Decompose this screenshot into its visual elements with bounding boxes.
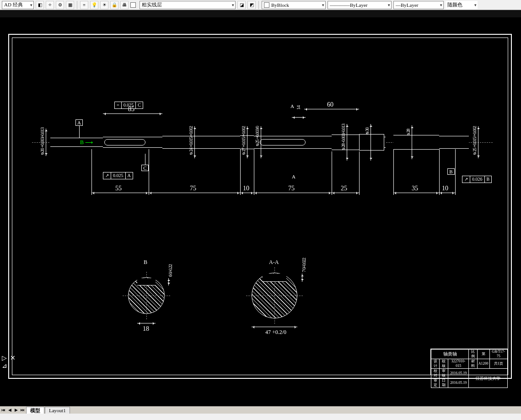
extline	[240, 149, 241, 195]
tool-btn[interactable]: ⚙	[56, 1, 64, 9]
section-A-keyflat	[263, 274, 286, 282]
dim-d28a: ⌀28 -0.003/-0.013	[347, 124, 347, 161]
ribbon-gap	[0, 10, 521, 17]
tab-first-icon[interactable]: ⏮	[0, 408, 6, 412]
tab-layout1[interactable]: Layout1	[45, 407, 70, 414]
gdt-bot-left: ↗ 0.025 A	[103, 172, 133, 179]
tab-last-icon[interactable]: ⏭	[19, 408, 26, 412]
extline	[332, 151, 332, 195]
dim-d20: ⌀20 +0.003/-0.013	[46, 129, 46, 156]
keyway-left	[104, 139, 145, 145]
dim-85: 85	[103, 113, 162, 114]
dim-75b: 75	[254, 193, 332, 193]
section-mark-A-top: A	[290, 103, 294, 109]
dim-60: 60	[304, 109, 359, 109]
extline	[359, 151, 360, 195]
tool-btn[interactable]: ▦	[66, 1, 74, 9]
extline	[439, 149, 440, 195]
seg-1	[50, 138, 103, 147]
extline	[149, 149, 149, 195]
tool-btn[interactable]: ◧	[36, 1, 44, 9]
tb-std: GB/T17-75	[489, 350, 507, 359]
gdt-bot-right: ↗ 0.026 B	[462, 176, 492, 183]
layer-color-swatch[interactable]	[130, 2, 136, 8]
section-mark-A-bot: A	[292, 174, 295, 179]
section-B-keyflat	[137, 278, 156, 285]
layout-tabs-bar: ⏮ ◀ ▶ ⏭ 模型 Layout1	[0, 406, 521, 414]
datum-C-leader	[145, 154, 145, 165]
dim-75a: 75	[149, 193, 240, 193]
gdt-sym-icon: =	[115, 102, 122, 108]
dim-sA-h: 7 0/-0.022	[302, 274, 302, 282]
gdt-val: 0.025	[111, 172, 126, 179]
extline	[393, 149, 394, 195]
ucs-icon: ▷ ✕⊿	[2, 354, 16, 370]
dim-10b: 10	[439, 193, 455, 193]
dim-sB-h: 6 0/-0.22	[168, 278, 169, 285]
tb: A1200	[477, 359, 489, 369]
workspace-dropdown[interactable]: AD 经典	[2, 1, 34, 9]
dim-10a: 10	[240, 193, 254, 193]
seg-8	[393, 135, 439, 150]
dim-d28b: ⌀28	[412, 125, 412, 159]
tb: 2016.05.19	[448, 378, 469, 388]
keyway-right	[260, 139, 306, 145]
tb: 校对	[431, 369, 440, 378]
seg-7	[359, 134, 384, 151]
gdt-val2: 0.026	[470, 176, 485, 183]
extline	[91, 149, 92, 195]
drawing-canvas[interactable]: B ⟶ = 0.025 C 85 60 14 A A C ↗ 0.025 A	[0, 20, 521, 406]
tb: 共1页	[489, 359, 507, 369]
tb: 2016.05.19	[448, 369, 469, 378]
dim-55: 55	[91, 193, 149, 193]
extline	[254, 149, 254, 195]
datum-C: C	[141, 165, 149, 171]
tool-btn[interactable]: ◩	[247, 1, 256, 9]
dim-d24: ⌀24 +0.015/+0.002	[194, 126, 195, 158]
status-bar	[0, 414, 521, 420]
bycolor-label: ByBlock	[271, 2, 289, 8]
tab-next-icon[interactable]: ▶	[13, 408, 19, 412]
section-B-label: B	[144, 259, 147, 266]
tb: 日期	[440, 378, 448, 388]
seg-gap	[384, 137, 386, 148]
tb: 审核	[440, 369, 448, 378]
sun-icon[interactable]: ☀	[100, 1, 108, 9]
tb: 设计	[431, 359, 440, 369]
datum-B: B	[447, 168, 455, 175]
bylayer-label: ByLayer	[350, 2, 367, 8]
tb: 3227010-015	[448, 359, 469, 369]
tb: 材料	[469, 359, 477, 369]
gdt-datum: C	[136, 102, 143, 108]
title-block: 轴类轴 比例 第 GB/T17-75 设计 校核 3227010-015 材料 …	[430, 349, 508, 375]
gdt-runout-icon: ↗	[462, 176, 470, 183]
layer-dropdown[interactable]: 粗实线层	[140, 1, 236, 9]
gdt-d: A	[126, 172, 133, 179]
dim-d25b: ⌀25 +0.015/+0.002	[478, 126, 478, 158]
color-dropdown[interactable]: ByBlock	[262, 1, 326, 9]
dim-sA-w: 47 +0.2/0	[252, 327, 297, 327]
gdt-d2: B	[485, 176, 492, 183]
seg-3	[162, 136, 240, 149]
lock-icon[interactable]: 🔒	[110, 1, 118, 9]
tb-school: 江苏科技大学	[469, 369, 508, 388]
ltype-dropdown[interactable]: ———— ByLayer	[328, 1, 392, 9]
tab-model[interactable]: 模型	[26, 407, 44, 414]
seg-9	[439, 136, 469, 149]
lweight-dropdown[interactable]: — ByLayer	[393, 1, 444, 9]
print-icon[interactable]: 🖶	[120, 1, 129, 9]
extline	[455, 149, 456, 195]
datum-A-leader	[79, 126, 80, 138]
bulb-icon[interactable]: 💡	[90, 1, 98, 9]
section-A-label: A-A	[269, 259, 279, 266]
tab-prev-icon[interactable]: ◀	[6, 408, 13, 412]
tool-btn[interactable]: ◪	[237, 1, 246, 9]
toolbar-top: AD 经典 ◧ ✧ ⚙ ▦ ≡ 💡 ☀ 🔒 🖶 粗实线层 ◪ ◩ ByBlock…	[0, 0, 521, 10]
tb: 校核	[440, 359, 448, 369]
tool-btn[interactable]: ✧	[46, 1, 54, 9]
dim-d25: ⌀25 +0.003/0	[261, 126, 261, 158]
shaft-drawing: B ⟶ = 0.025 C 85 60 14 A A C ↗ 0.025 A	[32, 81, 493, 195]
layer-btn[interactable]: ≡	[80, 1, 88, 9]
dim-25: 25	[332, 193, 359, 193]
tb-sheet-l: 第	[477, 350, 489, 359]
